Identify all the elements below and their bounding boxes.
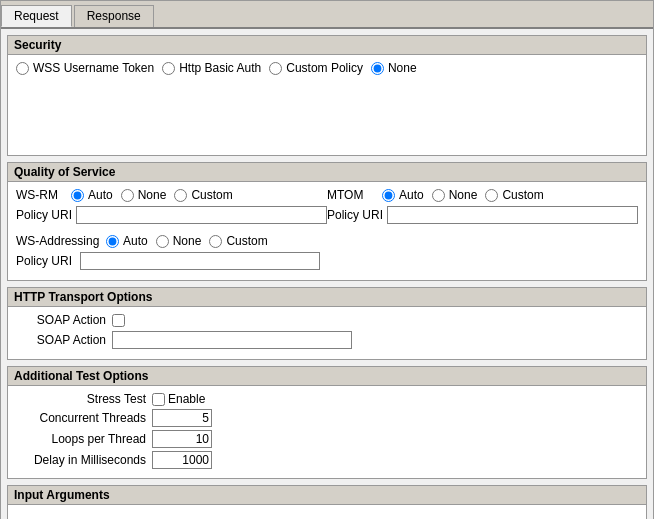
wsaddr-none-label: None — [173, 234, 202, 248]
wsaddr-label: WS-Addressing — [16, 234, 106, 248]
input-arguments-header: Input Arguments — [8, 486, 646, 505]
security-wss-label: WSS Username Token — [33, 61, 154, 75]
security-wss-radio[interactable] — [16, 62, 29, 75]
stress-enable-checkbox[interactable] — [152, 393, 165, 406]
soap-action-input[interactable] — [112, 331, 352, 349]
wsrm-policy-label: Policy URI — [16, 208, 72, 222]
wsrm-policy-group: Policy URI — [16, 206, 327, 224]
wsrm-auto-label: Auto — [88, 188, 113, 202]
qos-body: WS-RM Auto None Custom — [8, 182, 646, 280]
wsrm-auto-radio[interactable] — [71, 189, 84, 202]
stress-enable-label[interactable]: Enable — [152, 392, 205, 406]
additional-section: Additional Test Options Stress Test Enab… — [7, 366, 647, 479]
wsaddr-auto-radio[interactable] — [106, 235, 119, 248]
input-arguments-body — [8, 505, 646, 519]
http-header: HTTP Transport Options — [8, 288, 646, 307]
wsrm-label: WS-RM — [16, 188, 71, 202]
soap-action-label: SOAP Action — [16, 313, 106, 327]
http-section: HTTP Transport Options SOAP Action SOAP … — [7, 287, 647, 360]
mtom-policy-input[interactable] — [387, 206, 638, 224]
security-section: Security WSS Username Token Http Basic A… — [7, 35, 647, 156]
security-basic-radio[interactable] — [162, 62, 175, 75]
wsrm-none-radio[interactable] — [121, 189, 134, 202]
delay-label: Delay in Milliseconds — [16, 453, 146, 467]
stress-enable-text: Enable — [168, 392, 205, 406]
stress-test-row: Stress Test Enable — [16, 392, 638, 406]
wsrm-custom-label: Custom — [191, 188, 232, 202]
delay-row: Delay in Milliseconds — [16, 451, 638, 469]
wsaddr-none-radio[interactable] — [156, 235, 169, 248]
wsrm-custom-radio[interactable] — [174, 189, 187, 202]
security-basic-label: Http Basic Auth — [179, 61, 261, 75]
wsaddr-auto-label: Auto — [123, 234, 148, 248]
mtom-custom-label: Custom — [502, 188, 543, 202]
security-body: WSS Username Token Http Basic Auth Custo… — [8, 55, 646, 155]
security-none-radio[interactable] — [371, 62, 384, 75]
additional-header: Additional Test Options — [8, 367, 646, 386]
additional-body: Stress Test Enable Concurrent Threads Lo… — [8, 386, 646, 478]
loops-per-thread-input[interactable] — [152, 430, 212, 448]
soap-action-input-row: SOAP Action — [16, 331, 638, 349]
stress-test-label: Stress Test — [16, 392, 146, 406]
concurrent-threads-label: Concurrent Threads — [16, 411, 146, 425]
mtom-auto-option[interactable]: Auto — [382, 188, 424, 202]
wsaddr-policy-input[interactable] — [80, 252, 320, 270]
mtom-auto-radio[interactable] — [382, 189, 395, 202]
wsaddr-policy-row: Policy URI — [16, 252, 638, 270]
security-none-option[interactable]: None — [371, 61, 417, 75]
wsaddr-row: WS-Addressing Auto None Custom — [16, 234, 638, 248]
policy-uri-row: Policy URI Policy URI — [16, 206, 638, 224]
wsrm-mtom-row: WS-RM Auto None Custom — [16, 188, 638, 202]
soap-action-check-row: SOAP Action — [16, 313, 638, 327]
wsrm-auto-option[interactable]: Auto — [71, 188, 113, 202]
security-empty — [16, 79, 638, 149]
qos-header: Quality of Service — [8, 163, 646, 182]
wsaddr-custom-option[interactable]: Custom — [209, 234, 267, 248]
wsrm-custom-option[interactable]: Custom — [174, 188, 232, 202]
security-custom-option[interactable]: Custom Policy — [269, 61, 363, 75]
http-body: SOAP Action SOAP Action — [8, 307, 646, 359]
wsrm-policy-input[interactable] — [76, 206, 327, 224]
main-window: Request Response Security WSS Username T… — [0, 0, 654, 519]
tab-bar: Request Response — [1, 1, 653, 29]
wsrm-none-option[interactable]: None — [121, 188, 167, 202]
qos-section: Quality of Service WS-RM Auto None — [7, 162, 647, 281]
mtom-none-label: None — [449, 188, 478, 202]
security-header: Security — [8, 36, 646, 55]
mtom-policy-group: Policy URI — [327, 206, 638, 224]
mtom-none-radio[interactable] — [432, 189, 445, 202]
wsaddr-custom-label: Custom — [226, 234, 267, 248]
wsaddr-auto-option[interactable]: Auto — [106, 234, 148, 248]
mtom-label: MTOM — [327, 188, 382, 202]
loops-per-thread-label: Loops per Thread — [16, 432, 146, 446]
wsrm-group: WS-RM Auto None Custom — [16, 188, 327, 202]
concurrent-threads-row: Concurrent Threads — [16, 409, 638, 427]
security-wss-option[interactable]: WSS Username Token — [16, 61, 154, 75]
tab-content: Security WSS Username Token Http Basic A… — [1, 29, 653, 519]
mtom-policy-label: Policy URI — [327, 208, 383, 222]
mtom-custom-option[interactable]: Custom — [485, 188, 543, 202]
mtom-none-option[interactable]: None — [432, 188, 478, 202]
tab-request[interactable]: Request — [1, 5, 72, 27]
tab-response[interactable]: Response — [74, 5, 154, 27]
soap-action-input-label: SOAP Action — [16, 333, 106, 347]
security-none-label: None — [388, 61, 417, 75]
loops-per-thread-row: Loops per Thread — [16, 430, 638, 448]
security-options-row: WSS Username Token Http Basic Auth Custo… — [16, 61, 638, 75]
wsaddr-none-option[interactable]: None — [156, 234, 202, 248]
delay-input[interactable] — [152, 451, 212, 469]
wsaddr-custom-radio[interactable] — [209, 235, 222, 248]
soap-action-checkbox[interactable] — [112, 314, 125, 327]
mtom-auto-label: Auto — [399, 188, 424, 202]
security-custom-label: Custom Policy — [286, 61, 363, 75]
concurrent-threads-input[interactable] — [152, 409, 212, 427]
mtom-custom-radio[interactable] — [485, 189, 498, 202]
security-basic-option[interactable]: Http Basic Auth — [162, 61, 261, 75]
wsaddr-policy-label: Policy URI — [16, 254, 76, 268]
input-arguments-section: Input Arguments — [7, 485, 647, 519]
mtom-group: MTOM Auto None Custom — [327, 188, 638, 202]
wsrm-none-label: None — [138, 188, 167, 202]
security-custom-radio[interactable] — [269, 62, 282, 75]
